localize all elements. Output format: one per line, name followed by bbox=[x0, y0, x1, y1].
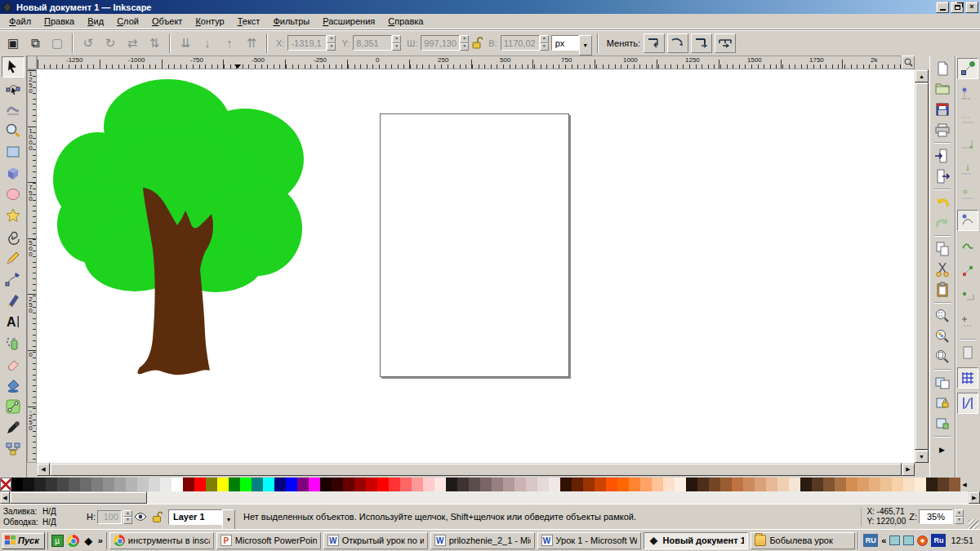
snap-nodes-button[interactable] bbox=[957, 210, 978, 231]
snap-bbox-midpoints-button[interactable] bbox=[957, 159, 978, 180]
pencil-tool[interactable] bbox=[2, 247, 24, 269]
zoom-field[interactable]: 35% bbox=[919, 509, 953, 524]
palette-swatch[interactable] bbox=[114, 478, 126, 491]
menu-item[interactable]: Справка bbox=[382, 15, 429, 28]
palette-swatch[interactable] bbox=[194, 478, 206, 491]
ellipse-tool[interactable] bbox=[2, 184, 24, 205]
unlink-clone-icon[interactable] bbox=[932, 413, 953, 433]
taskbar-task[interactable]: инструменты в inscap... bbox=[109, 532, 214, 549]
palette-swatch[interactable] bbox=[366, 478, 377, 491]
palette-swatch[interactable] bbox=[126, 478, 137, 491]
open-icon[interactable] bbox=[932, 78, 953, 99]
punto-switcher-icon[interactable]: Ru bbox=[931, 534, 946, 547]
height-spinner[interactable]: ▲▼ bbox=[540, 35, 549, 51]
calligraphy-tool[interactable] bbox=[2, 290, 24, 311]
paint-bucket-tool[interactable] bbox=[2, 375, 24, 396]
eraser-tool[interactable] bbox=[2, 353, 24, 375]
inkscape-quicklaunch-icon[interactable]: ◆ bbox=[82, 535, 95, 547]
quick-launch-overflow[interactable]: » bbox=[98, 535, 103, 545]
new-document-icon[interactable] bbox=[932, 58, 953, 78]
palette-swatch[interactable] bbox=[663, 478, 675, 491]
menu-item[interactable]: Фильтры bbox=[267, 15, 315, 28]
taskbar-task[interactable]: prilozhenie_2_1 - Micr... bbox=[430, 532, 535, 549]
y-field[interactable]: 8,351 bbox=[353, 35, 392, 51]
palette-swatch[interactable] bbox=[217, 478, 229, 491]
chrome-icon[interactable] bbox=[67, 535, 79, 547]
palette-swatch[interactable] bbox=[103, 478, 114, 491]
zoom-selection-icon[interactable] bbox=[932, 305, 953, 326]
palette-swatch[interactable] bbox=[777, 478, 789, 491]
start-button[interactable]: Пуск bbox=[2, 532, 45, 549]
palette-swatch[interactable] bbox=[457, 478, 469, 491]
zoom-drawing-icon[interactable] bbox=[932, 326, 953, 346]
palette-swatch[interactable] bbox=[903, 478, 915, 491]
palette-swatch[interactable] bbox=[343, 478, 354, 491]
palette-swatch[interactable] bbox=[389, 478, 400, 491]
undo-icon[interactable] bbox=[932, 192, 953, 212]
save-icon[interactable] bbox=[932, 99, 953, 119]
opacity-field[interactable]: 100 bbox=[97, 510, 122, 524]
menu-item[interactable]: Текст bbox=[232, 15, 266, 28]
palette-swatch[interactable] bbox=[354, 478, 366, 491]
rotate-ccw-button[interactable]: ↺ bbox=[78, 33, 98, 53]
lower-button[interactable]: ↓ bbox=[198, 33, 217, 53]
palette-swatch[interactable] bbox=[412, 478, 423, 491]
layer-visibility-eye-icon[interactable] bbox=[132, 509, 149, 525]
palette-swatch[interactable] bbox=[172, 478, 183, 491]
node-editor-tool[interactable] bbox=[2, 78, 24, 99]
palette-swatch[interactable] bbox=[549, 478, 560, 491]
spray-tool[interactable] bbox=[2, 332, 24, 353]
snap-guides-button[interactable] bbox=[957, 393, 978, 414]
palette-swatch[interactable] bbox=[572, 478, 583, 491]
width-spinner[interactable]: ▲▼ bbox=[460, 35, 469, 51]
palette-swatch[interactable] bbox=[629, 478, 640, 491]
language-indicator[interactable]: RU bbox=[863, 534, 878, 547]
palette-more-arrow[interactable]: ◀ bbox=[960, 478, 969, 491]
palette-swatch[interactable] bbox=[732, 478, 743, 491]
palette-swatch[interactable] bbox=[743, 478, 755, 491]
palette-swatch[interactable] bbox=[595, 478, 606, 491]
palette-swatch[interactable] bbox=[320, 478, 332, 491]
palette-swatch[interactable] bbox=[880, 478, 892, 491]
zoom-page-icon[interactable] bbox=[932, 346, 953, 367]
affect-move-gradients-button[interactable] bbox=[691, 33, 712, 53]
network-icon[interactable] bbox=[903, 535, 914, 545]
layer-selector[interactable]: Layer 1 ▼ bbox=[168, 509, 235, 525]
taskbar-task[interactable]: Microsoft PowerPoint ... bbox=[216, 532, 321, 549]
palette-swatch[interactable] bbox=[252, 478, 263, 491]
copy-icon[interactable] bbox=[932, 238, 953, 259]
utorrent-icon[interactable] bbox=[51, 535, 64, 547]
stroke-value[interactable]: Н/Д bbox=[42, 517, 75, 527]
layer-lock-icon[interactable] bbox=[149, 509, 165, 525]
affect-move-clips-button[interactable] bbox=[715, 33, 736, 53]
palette-swatch[interactable] bbox=[434, 478, 446, 491]
palette-swatch[interactable] bbox=[46, 478, 57, 491]
palette-swatch[interactable] bbox=[640, 478, 652, 491]
raise-button[interactable]: ↑ bbox=[220, 33, 239, 53]
taskbar-task[interactable]: Урок 1 - Microsoft Word bbox=[537, 532, 642, 549]
snap-enable-button[interactable] bbox=[957, 58, 978, 79]
palette-swatch[interactable] bbox=[11, 478, 23, 491]
snap-smooth-nodes-button[interactable] bbox=[957, 311, 978, 332]
palette-swatch[interactable] bbox=[160, 478, 172, 491]
horizontal-scrollbar[interactable]: ◀ ▶ bbox=[37, 463, 915, 476]
export-icon[interactable] bbox=[932, 166, 953, 186]
palette-swatch[interactable] bbox=[206, 478, 217, 491]
bezier-pen-tool[interactable] bbox=[2, 269, 24, 290]
selector-tool[interactable] bbox=[2, 56, 24, 78]
snap-path-intersections-button[interactable] bbox=[957, 260, 978, 282]
zoom-spinner[interactable]: ▲▼ bbox=[955, 509, 964, 524]
palette-swatch[interactable] bbox=[91, 478, 103, 491]
select-all-layers-button[interactable]: ⧉ bbox=[25, 33, 45, 53]
flip-horizontal-button[interactable]: ⇄ bbox=[122, 33, 142, 53]
palette-swatch[interactable] bbox=[858, 478, 869, 491]
palette-swatch[interactable] bbox=[915, 478, 926, 491]
affect-move-patterns-button[interactable] bbox=[644, 33, 665, 53]
affect-move-corners-button[interactable] bbox=[667, 33, 688, 53]
lower-to-bottom-button[interactable]: ⇊ bbox=[176, 33, 195, 53]
palette-swatch[interactable] bbox=[720, 478, 732, 491]
palette-swatch[interactable] bbox=[149, 478, 160, 491]
y-spinner[interactable]: ▲▼ bbox=[392, 35, 401, 51]
palette-swatch[interactable] bbox=[812, 478, 823, 491]
tray-chevron[interactable]: « bbox=[881, 535, 886, 545]
